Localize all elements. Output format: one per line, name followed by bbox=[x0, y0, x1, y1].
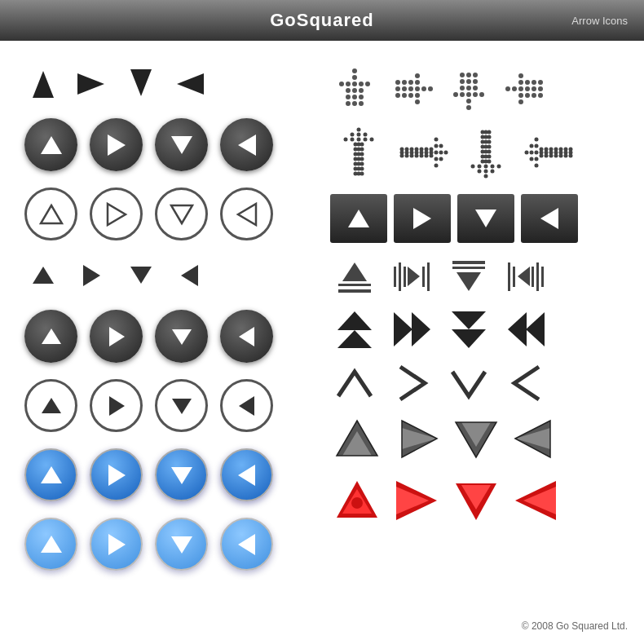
arrow-down-plain[interactable] bbox=[122, 65, 159, 102]
svg-point-127 bbox=[439, 143, 443, 148]
dotted-sq-down[interactable] bbox=[457, 124, 514, 181]
arrow-down-small-tri[interactable] bbox=[122, 257, 159, 293]
svg-marker-219 bbox=[540, 208, 558, 229]
double-tri-left[interactable] bbox=[501, 307, 550, 352]
arrow-right-blue-light[interactable] bbox=[90, 518, 143, 571]
arrow-down-outline-play[interactable] bbox=[155, 379, 208, 432]
arrow-left-dark-play[interactable] bbox=[220, 310, 273, 363]
svg-point-162 bbox=[483, 164, 487, 168]
arrow-right-small-tri[interactable] bbox=[73, 257, 110, 293]
red-down-icon[interactable] bbox=[449, 476, 502, 525]
dotted-right-icon[interactable] bbox=[387, 64, 436, 113]
svg-marker-4 bbox=[41, 136, 62, 154]
arrow-left-blue-light[interactable] bbox=[220, 518, 273, 571]
svg-marker-238 bbox=[337, 311, 372, 330]
svg-point-95 bbox=[538, 93, 543, 98]
svg-point-185 bbox=[487, 130, 491, 134]
red-up-icon[interactable] bbox=[330, 476, 383, 525]
svg-point-130 bbox=[434, 137, 438, 141]
arrow-up-blue-dark[interactable] bbox=[24, 448, 77, 501]
arrow-up-outline-play[interactable] bbox=[24, 379, 77, 432]
arrow-down-blue-dark[interactable] bbox=[155, 448, 208, 501]
svg-point-75 bbox=[460, 79, 465, 84]
arrow-down-dark-play[interactable] bbox=[155, 310, 208, 363]
svg-point-212 bbox=[563, 153, 567, 157]
vert-bars-right-icon[interactable] bbox=[387, 256, 436, 297]
svg-marker-244 bbox=[508, 312, 527, 346]
vert-bars-left-icon[interactable] bbox=[501, 256, 550, 297]
arrow-left-dark-circle[interactable] bbox=[220, 118, 273, 171]
chevron-left[interactable] bbox=[501, 363, 550, 404]
arrow-right-dark-circle[interactable] bbox=[90, 118, 143, 171]
arrow-down-blue-light[interactable] bbox=[155, 518, 208, 571]
arrow-down-outline-circle[interactable] bbox=[155, 187, 208, 240]
svg-rect-237 bbox=[508, 262, 510, 291]
dark-sq-up-btn[interactable] bbox=[330, 194, 387, 243]
arrow-up-plain[interactable] bbox=[24, 65, 61, 102]
svg-point-200 bbox=[544, 153, 548, 157]
svg-point-110 bbox=[359, 147, 364, 151]
svg-point-87 bbox=[525, 86, 530, 91]
striped-tri-down[interactable] bbox=[449, 414, 502, 463]
svg-marker-241 bbox=[394, 312, 412, 346]
arrow-left-plain[interactable] bbox=[171, 65, 208, 102]
arrow-right-outline-circle[interactable] bbox=[90, 187, 143, 240]
arrow-left-outline-circle[interactable] bbox=[220, 187, 273, 240]
arrow-right-plain[interactable] bbox=[73, 65, 110, 102]
arrow-left-blue-dark[interactable] bbox=[220, 448, 273, 501]
chevron-up[interactable] bbox=[330, 363, 379, 404]
arrow-right-outline-play[interactable] bbox=[90, 379, 143, 432]
dotted-sq-up[interactable] bbox=[330, 124, 387, 181]
dark-sq-right-btn[interactable] bbox=[394, 194, 451, 243]
svg-point-189 bbox=[529, 157, 533, 161]
arrow-right-blue-dark[interactable] bbox=[90, 448, 143, 501]
copyright-text: © 2008 Go Squared Ltd. bbox=[522, 620, 628, 632]
footer: © 2008 Go Squared Ltd. bbox=[522, 620, 628, 632]
stacked-up-icon[interactable] bbox=[330, 256, 379, 297]
striped-tri-up[interactable] bbox=[330, 414, 383, 463]
dotted-up-icon[interactable] bbox=[330, 64, 379, 113]
striped-tri-left[interactable] bbox=[509, 414, 562, 463]
arrow-up-blue-light[interactable] bbox=[24, 518, 77, 571]
svg-point-158 bbox=[483, 169, 487, 173]
striped-tri-right[interactable] bbox=[390, 414, 443, 463]
arrow-right-dark-play[interactable] bbox=[90, 310, 143, 363]
dark-sq-left-btn[interactable] bbox=[521, 194, 578, 243]
svg-point-97 bbox=[350, 132, 354, 136]
arrow-up-dark-circle[interactable] bbox=[24, 118, 77, 171]
svg-marker-29 bbox=[108, 534, 126, 555]
left-panel bbox=[16, 57, 318, 628]
double-tri-right[interactable] bbox=[387, 307, 436, 352]
svg-point-260 bbox=[351, 497, 363, 509]
svg-marker-222 bbox=[342, 262, 367, 281]
dotted-sq-right[interactable] bbox=[394, 124, 451, 181]
red-right-icon[interactable] bbox=[390, 476, 443, 525]
arrow-up-outline-circle[interactable] bbox=[24, 187, 77, 240]
dotted-left-icon[interactable] bbox=[501, 64, 550, 113]
dark-sq-down-btn[interactable] bbox=[457, 194, 514, 243]
chevron-right[interactable] bbox=[387, 363, 436, 404]
svg-marker-24 bbox=[41, 466, 62, 483]
svg-point-182 bbox=[487, 135, 491, 139]
arrow-up-small-tri[interactable] bbox=[24, 257, 61, 293]
dotted-down-icon[interactable] bbox=[444, 64, 493, 113]
red-left-icon[interactable] bbox=[509, 476, 562, 525]
chevron-down[interactable] bbox=[444, 363, 493, 404]
arrow-left-small-tri[interactable] bbox=[171, 257, 208, 293]
double-tri-up[interactable] bbox=[330, 307, 379, 352]
svg-marker-242 bbox=[452, 329, 486, 348]
svg-point-58 bbox=[408, 80, 413, 85]
arrow-up-dark-play[interactable] bbox=[24, 310, 77, 363]
svg-marker-3 bbox=[177, 73, 204, 95]
svg-point-128 bbox=[439, 150, 443, 154]
arrow-left-outline-play[interactable] bbox=[220, 379, 273, 432]
svg-marker-5 bbox=[108, 135, 126, 156]
svg-marker-6 bbox=[171, 136, 192, 154]
dotted-sq-left[interactable] bbox=[521, 124, 578, 181]
svg-marker-11 bbox=[238, 204, 256, 225]
svg-point-89 bbox=[538, 86, 543, 91]
stacked-down-icon[interactable] bbox=[444, 256, 493, 297]
svg-marker-26 bbox=[171, 467, 192, 484]
arrow-down-dark-circle[interactable] bbox=[155, 118, 208, 171]
double-tri-down[interactable] bbox=[444, 307, 493, 352]
